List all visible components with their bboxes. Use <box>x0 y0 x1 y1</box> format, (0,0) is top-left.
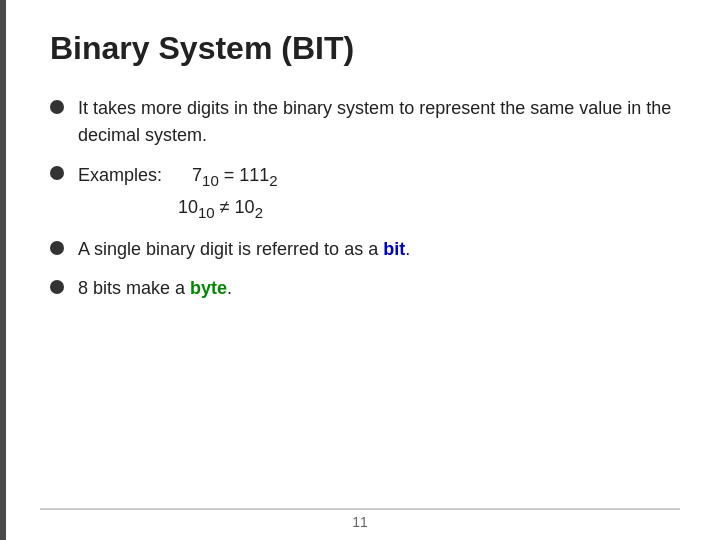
bit-highlight: bit <box>383 239 405 259</box>
bullet-dot-4 <box>50 280 64 294</box>
math-line-2: 1010 ≠ 102 <box>178 193 278 225</box>
slide-container: Binary System (BIT) It takes more digits… <box>0 0 720 540</box>
content-area: It takes more digits in the binary syste… <box>50 95 680 302</box>
left-border-decoration <box>0 0 6 540</box>
bullet-item-1: It takes more digits in the binary syste… <box>50 95 680 149</box>
bullet-item-4: 8 bits make a byte. <box>50 275 680 302</box>
bullet-dot-3 <box>50 241 64 255</box>
examples-content: Examples: 710 = 1112 1010 ≠ 102 <box>78 161 278 224</box>
bottom-divider <box>40 508 680 510</box>
bullet-text-4: 8 bits make a byte. <box>78 275 232 302</box>
slide-title: Binary System (BIT) <box>50 30 680 67</box>
bullet-text-1: It takes more digits in the binary syste… <box>78 95 680 149</box>
bullet-dot-1 <box>50 100 64 114</box>
byte-highlight: byte <box>190 278 227 298</box>
bullet-dot-2 <box>50 166 64 180</box>
bullet-text-3: A single binary digit is referred to as … <box>78 236 410 263</box>
bullet-item-3: A single binary digit is referred to as … <box>50 236 680 263</box>
examples-label: Examples: 710 = 1112 <box>78 165 278 185</box>
page-number: 11 <box>352 514 368 530</box>
bullet-item-2: Examples: 710 = 1112 1010 ≠ 102 <box>50 161 680 224</box>
